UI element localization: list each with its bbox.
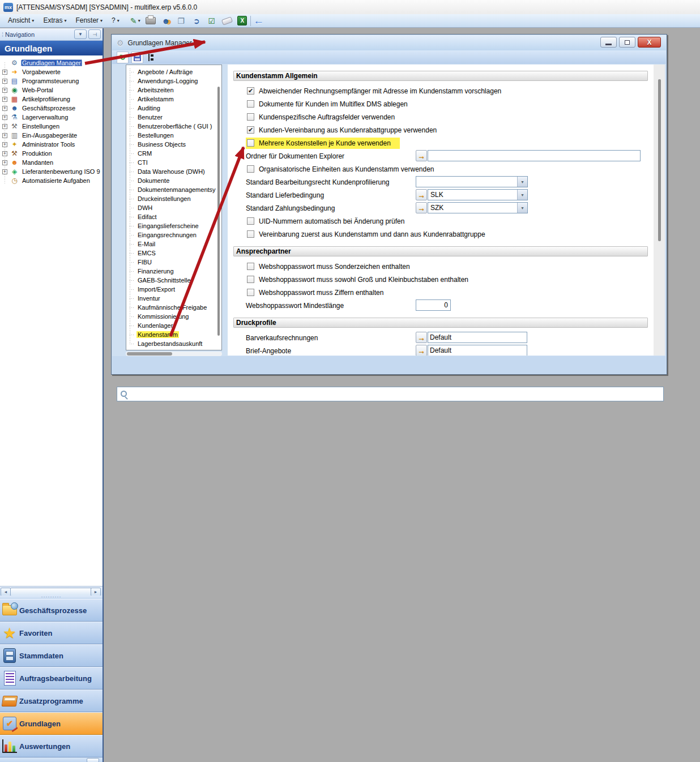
category-import-export[interactable]: Import/Export [126,285,221,294]
nav-button-gesch-ftsprozesse[interactable]: Geschäftsprozesse [0,599,103,622]
nav-button-auswertungen[interactable]: Auswertungen [0,735,103,757]
sidebar-item-einstellungen[interactable]: +⚒Einstellungen [0,122,103,131]
lookup-arrow-button[interactable]: → [416,189,427,200]
dialog-titlebar[interactable]: ⚙ Grundlagen Manager [112,35,666,50]
category-benutzeroberfl-che-gui[interactable]: Benutzeroberfläche ( GUI ) [126,122,221,131]
category-emcs[interactable]: EMCS [126,249,221,258]
checkbox-kunden-vereinbarung-aus-kundenrabattgrup[interactable]: ✔Kunden-Vereinbarung aus Kundenrabattgru… [246,125,439,136]
expand-icon[interactable]: + [2,106,7,111]
sidebar-item-grundlagen-manager[interactable]: ⚙Grundlagen Manager [0,58,103,67]
category-data-warehouse-dwh[interactable]: Data Warehouse (DWH) [126,167,221,176]
sidebar-item-artikelprofilierung[interactable]: +▦Artikelprofilierung [0,95,103,104]
maximize-button[interactable] [619,37,635,48]
sidebar-item-vorgabewerte[interactable]: +➜Vorgabewerte [0,67,103,76]
checkbox-webshoppasswort-muss-ziffern-enthalten[interactable]: Webshoppasswort muss Ziffern enthalten [246,287,386,298]
category-cti[interactable]: CTI [126,158,221,167]
expand-icon[interactable]: + [2,133,7,138]
menu-ansicht[interactable]: Ansicht▾ [3,15,39,26]
lookup-arrow-button[interactable]: → [416,332,427,343]
category-bestellungen[interactable]: Bestellungen [126,131,221,140]
text-input-barverkaufsrechnungen[interactable] [428,332,527,343]
checkbox-webshoppasswort-muss-sowohl-gro-und-klei[interactable]: Webshoppasswort muss sowohl Groß und Kle… [246,274,471,285]
category-eingangslieferscheine[interactable]: Eingangslieferscheine [126,221,221,230]
expand-icon[interactable]: + [2,169,7,174]
category-kaufm-nnische-freigabe[interactable]: Kaufmännische Freigabe [126,303,221,312]
expand-icon[interactable]: + [2,160,7,165]
category-crm[interactable]: CRM [126,149,221,158]
settings-scrollbar[interactable] [654,65,665,356]
collapse-button[interactable]: ▼ [74,29,87,39]
checkbox-abweichender-rechnungsempf-nger-mit-adre[interactable]: ✔Abweichender Rechnungsempfänger mit Adr… [246,85,503,97]
category-dwh[interactable]: DWH [126,203,221,212]
treeview-icon[interactable] [146,52,158,63]
back-arrow-icon[interactable]: ← [253,15,264,26]
dropdown-standard-bearbeitungsrecht-kundenprofili[interactable]: ▼ [416,176,528,187]
lookup-arrow-button[interactable]: → [416,150,427,161]
category-list-hscrollbar[interactable] [126,352,222,356]
number-input-webshoppasswort-mindestl-nge[interactable] [416,299,451,311]
category-finanzierung[interactable]: Finanzierung [126,267,221,276]
scroll-left-icon[interactable]: ◄ [1,588,11,596]
category-druckeinstellungen[interactable]: Druckeinstellungen [126,194,221,203]
menu-extras[interactable]: Extras▾ [39,15,71,26]
expand-icon[interactable]: + [2,79,7,84]
category-fibu[interactable]: FIBU [126,258,221,267]
eraser-icon[interactable] [221,15,233,26]
category-dokumente[interactable]: Dokumente [126,176,221,185]
category-arbeitszeiten[interactable]: Arbeitszeiten [126,85,221,95]
sidebar-item-produktion[interactable]: +⚒Produktion [0,149,103,158]
sidebar-item-programmsteuerung[interactable]: +▤Programmsteuerung [0,76,103,85]
category-business-objects[interactable]: Business Objects [126,140,221,149]
category-list-scrollbar-thumb[interactable] [217,87,220,336]
expand-icon[interactable]: + [2,70,7,75]
close-button[interactable]: X [638,37,661,48]
sidebar-item-gesch-ftsprozesse[interactable]: +☻Geschäftsprozesse [0,104,103,113]
checkbox-webshoppasswort-muss-sonderzeichen-entha[interactable]: Webshoppasswort muss Sonderzeichen entha… [246,261,412,272]
printer-icon[interactable] [145,15,156,26]
nav-button-stammdaten[interactable]: Stammdaten [0,644,103,667]
minimize-button[interactable] [600,37,617,48]
expand-icon[interactable]: + [2,88,7,93]
expand-icon[interactable]: + [2,142,7,147]
window-icon[interactable]: ❐ [176,15,187,26]
user-edit-icon[interactable]: ✎▾ [130,15,141,26]
category-lagerbestandsauskunft[interactable]: Lagerbestandsauskunft [126,339,221,348]
calendar-check-icon[interactable]: ☑ [206,15,217,26]
dropdown-standard-zahlungsbedingung[interactable]: SZK▼ [428,202,528,213]
nav-button-auftragsbearbeitung[interactable]: Auftragsbearbeitung [0,667,103,690]
category-artikelstamm[interactable]: Artikelstamm [126,95,221,104]
scroll-right-icon[interactable]: ► [91,588,101,596]
excel-icon[interactable]: X [237,15,248,26]
category-kommissionierung[interactable]: Kommissionierung [126,312,221,321]
lookup-arrow-button[interactable]: → [416,345,427,356]
category-edifact[interactable]: Edifact [126,212,221,221]
save-icon[interactable] [131,52,143,63]
category-inventur[interactable]: Inventur [126,294,221,303]
sidebar-item-ein-ausgabeger-te[interactable]: +▥Ein-/Ausgabegeräte [0,131,103,140]
scrollbar-thumb[interactable] [658,79,661,241]
text-input-ordner-f-r-dokumenten-explorer[interactable] [428,150,641,161]
checkbox-organisatorische-einheiten-aus-kundensta[interactable]: Organisatorische Einheiten aus Kundensta… [246,164,437,175]
nav-button-grundlagen[interactable]: ✔Grundlagen [0,712,103,735]
category-kundenstamm[interactable]: Kundenstamm [126,330,221,339]
nav-button-zusatzprogramme[interactable]: Zusatzprogramme [0,690,103,712]
search-input[interactable] [130,388,663,400]
expand-icon[interactable]: + [2,115,7,120]
checkbox-uid-nummern-automatisch-bei-nderung-pr-f[interactable]: UID-Nummern automatisch bei Änderung prü… [246,216,407,227]
checkbox-kundenspezifische-auftragsfelder-verwend[interactable]: Kundenspezifische Auftragsfelder verwend… [246,112,397,123]
sidebar-item-lieferantenbewertung-iso-9[interactable]: +◈Lieferantenbewertung ISO 9 [0,167,103,176]
category-kundenlager[interactable]: Kundenlager [126,321,221,330]
dropdown-standard-lieferbedingung[interactable]: SLK▼ [428,189,528,200]
refresh-icon[interactable]: ↻ [117,52,129,63]
overflow-button[interactable] [87,758,99,762]
scrollbar-thumb[interactable] [127,352,172,356]
checkbox-vereinbarung-zuerst-aus-kundenstamm-und-[interactable]: Vereinbarung zuerst aus Kundenstamm und … [246,229,488,240]
category-eingangsrechnungen[interactable]: Eingangsrechnungen [126,230,221,239]
nav-button-favoriten[interactable]: ★Favoriten [0,622,103,644]
chevron-down-icon[interactable]: ▼ [517,203,527,213]
sidebar-item-mandanten[interactable]: +☻Mandanten [0,158,103,167]
category-benutzer[interactable]: Benutzer [126,113,221,122]
expand-icon[interactable]: + [2,97,7,102]
chevron-down-icon[interactable]: ▼ [517,177,527,187]
pin-button[interactable]: ⊤ [88,29,101,39]
